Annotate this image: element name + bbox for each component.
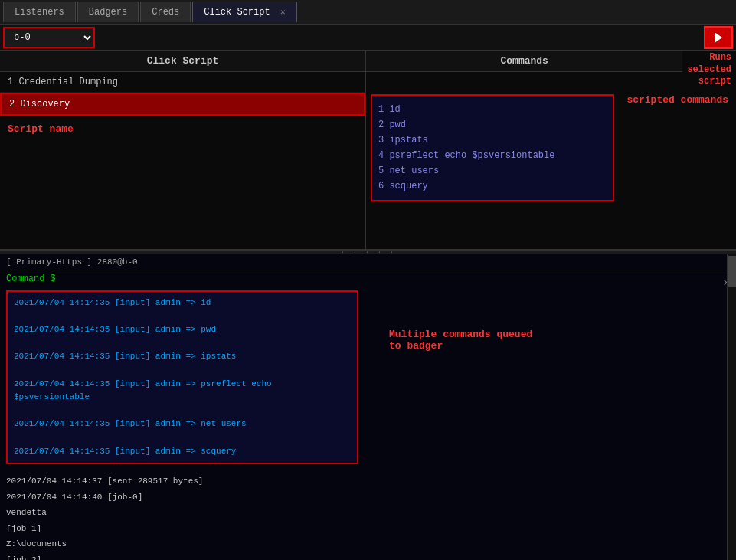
badger-select-wrapper: b-0 [3, 27, 701, 48]
output-line-3: [job-1] [6, 521, 730, 537]
commands-list: 1 id 2 pwd 3 ipstats 4 psreflect echo $p… [371, 94, 614, 201]
cmd-line-7 [14, 404, 351, 418]
queued-label-area: Multiple commands queuedto badger [358, 290, 730, 467]
close-tab-icon[interactable]: ✕ [280, 8, 286, 17]
output-line-2: vendetta [6, 505, 730, 521]
commands-panel: Commands Runsselectedscript 1 id 2 pwd 3… [366, 51, 736, 249]
output-line-5: [job-2] [6, 552, 730, 560]
command-item-1: 2 pwd [378, 117, 607, 133]
cmd-line-10: 2021/07/04 14:14:35 [input] admin => scq… [14, 445, 351, 459]
tab-badgers[interactable]: Badgers [77, 2, 139, 22]
cmd-line-9 [14, 431, 351, 445]
cmd-line-8: 2021/07/04 14:14:35 [input] admin => net… [14, 418, 351, 431]
cmd-line-2: 2021/07/04 14:14:35 [input] admin => pwd [14, 323, 351, 337]
commands-header-row: Commands Runsselectedscript [366, 51, 736, 90]
terminal-header: [ Primary-Https ] 2880@b-0 [0, 254, 736, 270]
commands-header: Commands [366, 51, 682, 72]
runs-label: Runsselectedscript [682, 51, 736, 90]
cmd-line-0: 2021/07/04 14:14:35 [input] admin => id [14, 296, 351, 310]
tab-listeners[interactable]: Listeners [3, 2, 76, 22]
play-icon [712, 31, 725, 44]
cmd-block-wrapper: 2021/07/04 14:14:35 [input] admin => id … [6, 290, 358, 467]
queued-label: Multiple commands queuedto badger [389, 329, 730, 352]
toolbar: b-0 [0, 25, 736, 51]
cmd-line-3 [14, 337, 351, 351]
scrollbar-thumb[interactable] [728, 256, 736, 287]
output-line-4: Z:\documents [6, 536, 730, 552]
cmd-line-5 [14, 364, 351, 378]
scripted-commands-label: scripted commands [619, 90, 736, 110]
script-list-header: Click Script [0, 51, 365, 72]
cmd-line-4: 2021/07/04 14:14:35 [input] admin => ips… [14, 350, 351, 364]
run-script-button[interactable] [704, 26, 733, 49]
command-item-0: 1 id [378, 102, 607, 117]
scrollbar[interactable] [727, 254, 736, 560]
cmd-line-1 [14, 310, 351, 324]
command-item-5: 6 scquery [378, 178, 607, 194]
terminal-body: 2021/07/04 14:14:37 [sent 289517 bytes] … [0, 470, 736, 560]
command-item-2: 3 ipstats [378, 133, 607, 148]
svg-marker-0 [715, 32, 722, 43]
script-list-panel: Click Script 1 Credential Dumping 2 Disc… [0, 51, 366, 249]
badger-select[interactable]: b-0 [3, 27, 95, 48]
command-item-4: 5 net users [378, 163, 607, 178]
output-line-0: 2021/07/04 14:14:37 [sent 289517 bytes] [6, 473, 730, 490]
terminal-area: [ Primary-Https ] 2880@b-0 Command $ ✕ 2… [0, 254, 736, 560]
script-item-0[interactable]: 1 Credential Dumping [0, 72, 365, 93]
terminal-split: 2021/07/04 14:14:35 [input] admin => id … [0, 287, 736, 470]
script-item-1[interactable]: 2 Discovery [0, 93, 365, 116]
terminal-prompt: Command $ [0, 270, 736, 287]
tab-creds[interactable]: Creds [140, 2, 191, 22]
command-item-3: 4 psreflect echo $psversiontable [378, 148, 607, 163]
script-name-label: Script name [0, 119, 365, 139]
cmd-highlighted-block: 2021/07/04 14:14:35 [input] admin => id … [6, 290, 358, 464]
tab-bar: Listeners Badgers Creds Click Script ✕ [0, 0, 736, 25]
cmd-line-6: 2021/07/04 14:14:35 [input] admin => psr… [14, 378, 351, 404]
tab-click-script[interactable]: Click Script ✕ [192, 2, 296, 22]
output-line-1: 2021/07/04 14:14:40 [job-0] [6, 490, 730, 506]
main-top-panel: Click Script 1 Credential Dumping 2 Disc… [0, 51, 736, 250]
